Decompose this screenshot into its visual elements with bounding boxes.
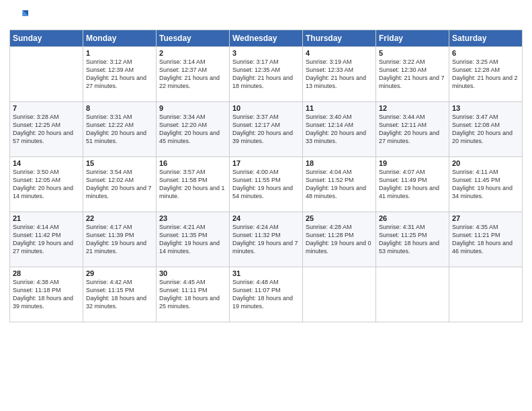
calendar-cell: 16Sunrise: 3:57 AM Sunset: 11:58 PM Dayl… — [157, 157, 230, 212]
day-number: 21 — [13, 214, 80, 222]
calendar-cell: 2Sunrise: 3:14 AM Sunset: 12:37 AM Dayli… — [157, 47, 230, 102]
calendar-cell: 9Sunrise: 3:34 AM Sunset: 12:20 AM Dayli… — [157, 102, 230, 157]
day-info: Sunrise: 3:57 AM Sunset: 11:58 PM Daylig… — [159, 168, 226, 201]
calendar-cell: 23Sunrise: 4:21 AM Sunset: 11:35 PM Dayl… — [157, 212, 230, 267]
day-number: 12 — [379, 104, 446, 112]
calendar-cell — [376, 267, 449, 322]
calendar-cell: 24Sunrise: 4:24 AM Sunset: 11:32 PM Dayl… — [230, 212, 303, 267]
day-number: 18 — [306, 159, 373, 167]
day-info: Sunrise: 3:50 AM Sunset: 12:05 AM Daylig… — [13, 168, 80, 201]
day-number: 10 — [232, 104, 300, 112]
day-info: Sunrise: 3:25 AM Sunset: 12:28 AM Daylig… — [452, 58, 519, 91]
calendar-table: SundayMondayTuesdayWednesdayThursdayFrid… — [9, 30, 523, 322]
calendar-cell: 21Sunrise: 4:14 AM Sunset: 11:42 PM Dayl… — [10, 212, 83, 267]
calendar-cell: 8Sunrise: 3:31 AM Sunset: 12:22 AM Dayli… — [83, 102, 157, 157]
day-number: 2 — [159, 49, 226, 57]
day-number: 7 — [13, 104, 80, 112]
day-number: 11 — [306, 104, 373, 112]
calendar-cell: 27Sunrise: 4:35 AM Sunset: 11:21 PM Dayl… — [449, 212, 523, 267]
calendar-cell: 11Sunrise: 3:40 AM Sunset: 12:14 AM Dayl… — [303, 102, 376, 157]
day-info: Sunrise: 4:35 AM Sunset: 11:21 PM Daylig… — [452, 223, 519, 256]
day-number: 19 — [379, 159, 446, 167]
day-info: Sunrise: 4:28 AM Sunset: 11:28 PM Daylig… — [306, 223, 373, 256]
day-info: Sunrise: 3:28 AM Sunset: 12:25 AM Daylig… — [13, 113, 80, 146]
page: SundayMondayTuesdayWednesdayThursdayFrid… — [0, 0, 532, 411]
weekday-header-thursday: Thursday — [303, 30, 376, 47]
day-info: Sunrise: 3:44 AM Sunset: 12:11 AM Daylig… — [379, 113, 446, 146]
day-number: 13 — [452, 104, 519, 112]
logo-icon — [9, 7, 28, 26]
day-info: Sunrise: 4:38 AM Sunset: 11:18 PM Daylig… — [13, 278, 80, 311]
calendar-cell: 29Sunrise: 4:42 AM Sunset: 11:15 PM Dayl… — [83, 267, 157, 322]
calendar-week-row: 21Sunrise: 4:14 AM Sunset: 11:42 PM Dayl… — [10, 212, 523, 267]
calendar-cell: 31Sunrise: 4:48 AM Sunset: 11:07 PM Dayl… — [230, 267, 303, 322]
day-info: Sunrise: 4:11 AM Sunset: 11:45 PM Daylig… — [452, 168, 519, 201]
day-info: Sunrise: 3:19 AM Sunset: 12:33 AM Daylig… — [306, 58, 373, 91]
calendar-cell: 19Sunrise: 4:07 AM Sunset: 11:49 PM Dayl… — [376, 157, 449, 212]
day-number: 22 — [86, 214, 153, 222]
calendar-cell: 12Sunrise: 3:44 AM Sunset: 12:11 AM Dayl… — [376, 102, 449, 157]
calendar-cell — [303, 267, 376, 322]
calendar-cell: 26Sunrise: 4:31 AM Sunset: 11:25 PM Dayl… — [376, 212, 449, 267]
day-info: Sunrise: 3:47 AM Sunset: 12:08 AM Daylig… — [452, 113, 519, 146]
day-info: Sunrise: 3:37 AM Sunset: 12:17 AM Daylig… — [232, 113, 300, 146]
day-info: Sunrise: 3:17 AM Sunset: 12:35 AM Daylig… — [232, 58, 300, 91]
calendar-cell: 7Sunrise: 3:28 AM Sunset: 12:25 AM Dayli… — [10, 102, 83, 157]
calendar-cell: 30Sunrise: 4:45 AM Sunset: 11:11 PM Dayl… — [157, 267, 230, 322]
day-number: 24 — [232, 214, 300, 222]
calendar-cell — [449, 267, 523, 322]
day-info: Sunrise: 4:24 AM Sunset: 11:32 PM Daylig… — [232, 223, 300, 256]
day-number: 28 — [13, 269, 80, 277]
calendar-cell: 18Sunrise: 4:04 AM Sunset: 11:52 PM Dayl… — [303, 157, 376, 212]
day-number: 27 — [452, 214, 519, 222]
day-number: 31 — [232, 269, 300, 277]
calendar-cell: 15Sunrise: 3:54 AM Sunset: 12:02 AM Dayl… — [83, 157, 157, 212]
calendar-cell: 6Sunrise: 3:25 AM Sunset: 12:28 AM Dayli… — [449, 47, 523, 102]
calendar-cell: 4Sunrise: 3:19 AM Sunset: 12:33 AM Dayli… — [303, 47, 376, 102]
day-number: 30 — [159, 269, 226, 277]
calendar-week-row: 7Sunrise: 3:28 AM Sunset: 12:25 AM Dayli… — [10, 102, 523, 157]
calendar-cell: 5Sunrise: 3:22 AM Sunset: 12:30 AM Dayli… — [376, 47, 449, 102]
weekday-header-sunday: Sunday — [10, 30, 83, 47]
calendar-week-row: 14Sunrise: 3:50 AM Sunset: 12:05 AM Dayl… — [10, 157, 523, 212]
day-number: 1 — [86, 49, 153, 57]
day-info: Sunrise: 3:12 AM Sunset: 12:39 AM Daylig… — [86, 58, 153, 91]
calendar-cell: 20Sunrise: 4:11 AM Sunset: 11:45 PM Dayl… — [449, 157, 523, 212]
day-info: Sunrise: 3:22 AM Sunset: 12:30 AM Daylig… — [379, 58, 446, 91]
day-number: 20 — [452, 159, 519, 167]
day-number: 26 — [379, 214, 446, 222]
day-info: Sunrise: 4:31 AM Sunset: 11:25 PM Daylig… — [379, 223, 446, 256]
calendar-cell: 10Sunrise: 3:37 AM Sunset: 12:17 AM Dayl… — [230, 102, 303, 157]
day-number: 23 — [159, 214, 226, 222]
calendar-week-row: 28Sunrise: 4:38 AM Sunset: 11:18 PM Dayl… — [10, 267, 523, 322]
day-info: Sunrise: 3:54 AM Sunset: 12:02 AM Daylig… — [86, 168, 153, 201]
calendar-cell — [10, 47, 83, 102]
weekday-header-wednesday: Wednesday — [230, 30, 303, 47]
weekday-header-friday: Friday — [376, 30, 449, 47]
day-number: 9 — [159, 104, 226, 112]
day-info: Sunrise: 4:21 AM Sunset: 11:35 PM Daylig… — [159, 223, 226, 256]
logo — [9, 7, 31, 26]
calendar-cell: 25Sunrise: 4:28 AM Sunset: 11:28 PM Dayl… — [303, 212, 376, 267]
calendar-week-row: 1Sunrise: 3:12 AM Sunset: 12:39 AM Dayli… — [10, 47, 523, 102]
calendar-cell: 28Sunrise: 4:38 AM Sunset: 11:18 PM Dayl… — [10, 267, 83, 322]
header — [9, 7, 523, 26]
day-number: 16 — [159, 159, 226, 167]
weekday-header-saturday: Saturday — [449, 30, 523, 47]
day-info: Sunrise: 4:14 AM Sunset: 11:42 PM Daylig… — [13, 223, 80, 256]
calendar-cell: 22Sunrise: 4:17 AM Sunset: 11:39 PM Dayl… — [83, 212, 157, 267]
calendar-cell: 1Sunrise: 3:12 AM Sunset: 12:39 AM Dayli… — [83, 47, 157, 102]
calendar-header-row: SundayMondayTuesdayWednesdayThursdayFrid… — [10, 30, 523, 47]
day-number: 4 — [306, 49, 373, 57]
day-info: Sunrise: 4:45 AM Sunset: 11:11 PM Daylig… — [159, 278, 226, 311]
day-number: 17 — [232, 159, 300, 167]
calendar-cell: 14Sunrise: 3:50 AM Sunset: 12:05 AM Dayl… — [10, 157, 83, 212]
calendar-cell: 13Sunrise: 3:47 AM Sunset: 12:08 AM Dayl… — [449, 102, 523, 157]
day-number: 5 — [379, 49, 446, 57]
day-info: Sunrise: 3:14 AM Sunset: 12:37 AM Daylig… — [159, 58, 226, 91]
day-number: 8 — [86, 104, 153, 112]
day-info: Sunrise: 4:48 AM Sunset: 11:07 PM Daylig… — [232, 278, 300, 311]
day-info: Sunrise: 4:17 AM Sunset: 11:39 PM Daylig… — [86, 223, 153, 256]
calendar-cell: 3Sunrise: 3:17 AM Sunset: 12:35 AM Dayli… — [230, 47, 303, 102]
day-info: Sunrise: 3:31 AM Sunset: 12:22 AM Daylig… — [86, 113, 153, 146]
